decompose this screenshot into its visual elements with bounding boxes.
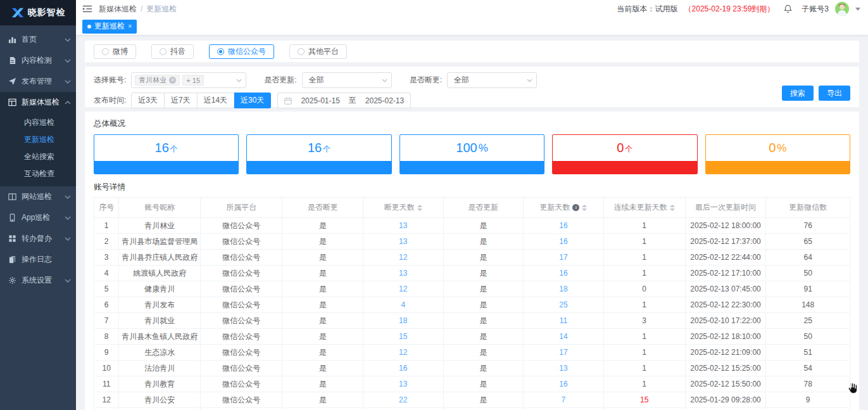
chevron-icon (65, 279, 71, 283)
sidebar-item-label: 操作日志 (22, 254, 71, 265)
interrupt-days-link[interactable]: 16 (363, 361, 444, 376)
sidebar-subitem[interactable]: 更新巡检 (0, 131, 76, 148)
sidebar-item-8[interactable]: 系统设置 (0, 270, 76, 291)
tab-close-icon[interactable]: × (128, 23, 132, 30)
interrupt-days-link[interactable]: 13 (363, 266, 444, 281)
sidebar-item-3[interactable]: 新媒体巡检 (0, 92, 76, 113)
interrupt-days-link[interactable]: 8 (363, 408, 444, 410)
chevron-icon (65, 237, 71, 241)
time-range-button[interactable]: 近7天 (165, 93, 198, 108)
time-range-button[interactable]: 近14天 (198, 93, 234, 108)
table-row: 4姚渡镇人民政府微信公众号 是13 是16 12025-02-12 17:10:… (94, 266, 850, 281)
sidebar-collapse-icon[interactable] (82, 4, 92, 13)
platform-radio[interactable]: 其他平台 (289, 44, 347, 59)
table-row: 11青川教育微信公众号 是13 是16 12025-02-12 15:50:00… (94, 376, 850, 392)
interrupt-days-link[interactable]: 15 (363, 329, 444, 345)
sort-icon[interactable] (582, 205, 587, 211)
sort-icon[interactable] (417, 205, 422, 211)
detail-title: 账号详情 (94, 182, 850, 193)
table-header-cell: 账号昵称 (119, 198, 201, 218)
platform-radio-group: 微博 抖音 微信公众号 其他平台 (85, 41, 859, 62)
sidebar-item-7[interactable]: 操作日志 (0, 249, 76, 270)
update-days-link[interactable]: 16 (524, 266, 604, 281)
breadcrumb-parent[interactable]: 新媒体巡检 (99, 4, 137, 15)
update-days-link[interactable]: 7 (524, 392, 604, 408)
interrupt-days-link[interactable]: 13 (363, 376, 444, 392)
table-row: 7青川就业微信公众号 是18 是11 32025-02-10 17:22:002… (94, 313, 850, 329)
sidebar-subitem[interactable]: 内容巡检 (0, 114, 76, 131)
date-range-input[interactable]: 2025-01-15 至 2025-02-13 (277, 93, 411, 108)
interrupt-days-link[interactable]: 12 (363, 250, 444, 266)
interrupt-days-link[interactable]: 18 (363, 313, 444, 329)
stat-card: 16 个 (246, 134, 391, 174)
chevron-icon (65, 38, 71, 42)
chevron-icon (65, 101, 71, 105)
update-days-link[interactable]: 16 (524, 218, 604, 234)
sidebar-item-label: 新媒体巡检 (22, 97, 65, 108)
sidebar-subitem[interactable]: 全站搜索 (0, 148, 76, 165)
avatar[interactable] (835, 2, 849, 16)
update-days-link[interactable]: 13 (524, 361, 604, 376)
search-button[interactable]: 搜索 (782, 86, 814, 101)
update-days-link[interactable]: 16 (524, 234, 604, 250)
account-select[interactable]: 青川林业 × + 15 (131, 72, 246, 88)
tab-update-patrol[interactable]: 更新巡检 × (82, 20, 137, 34)
table-row: 2青川县市场监督管理局微信公众号 是13 是16 12025-02-12 17:… (94, 234, 850, 250)
export-button[interactable]: 导出 (819, 86, 850, 101)
interrupt-days-link[interactable]: 4 (363, 297, 444, 313)
interrupted-select[interactable]: 全部 (447, 72, 537, 88)
update-days-link[interactable]: 17 (524, 250, 604, 266)
sidebar-item-1[interactable]: 内容检测 (0, 50, 76, 71)
interrupt-days-link[interactable]: 12 (363, 345, 444, 361)
sidebar-subitem[interactable]: 互动检查 (0, 165, 76, 183)
tag-remove-icon[interactable]: × (169, 77, 176, 84)
tab-active-dot (87, 25, 91, 29)
stat-label (247, 161, 391, 174)
update-days-link[interactable]: 21 (524, 408, 604, 410)
table-row: 1青川林业微信公众号 是13 是16 12025-02-12 18:00:007… (94, 218, 850, 234)
interrupt-days-link[interactable]: 13 (363, 234, 444, 250)
sidebar-item-0[interactable]: 首页 (0, 29, 76, 50)
table-body: 1青川林业微信公众号 是13 是16 12025-02-12 18:00:007… (94, 218, 850, 410)
update-days-link[interactable]: 14 (524, 329, 604, 345)
update-days-link[interactable]: 16 (524, 376, 604, 392)
stat-value: 100 (456, 141, 477, 155)
chevron-icon (65, 80, 71, 84)
chevron-icon (65, 59, 71, 63)
send-icon (8, 77, 17, 86)
breadcrumb: 新媒体巡检 / 更新巡检 (99, 4, 177, 15)
interrupt-days-link[interactable]: 13 (363, 218, 444, 234)
username[interactable]: 子账号3 (802, 4, 829, 15)
platform-radio[interactable]: 微博 (94, 44, 136, 59)
stat-label (400, 161, 544, 174)
sidebar-item-6[interactable]: 转办督办 (0, 228, 76, 249)
user-menu-caret-icon[interactable] (855, 8, 860, 11)
update-days-link[interactable]: 17 (524, 345, 604, 361)
update-days-link[interactable]: 18 (524, 281, 604, 297)
platform-radio[interactable]: 抖音 (151, 44, 194, 59)
interrupt-days-link[interactable]: 22 (363, 392, 444, 408)
sort-icon[interactable] (670, 205, 675, 211)
sidebar-item-2[interactable]: 发布管理 (0, 71, 76, 92)
sidebar-submenu: 内容巡检更新巡检全站搜索互动检查 (0, 113, 76, 186)
time-range-button[interactable]: 近3天 (131, 93, 165, 108)
update-days-link[interactable]: 25 (524, 297, 604, 313)
notification-bell-icon[interactable] (783, 4, 793, 14)
account-filter-label: 选择账号: (94, 75, 126, 86)
sidebar-item-4[interactable]: 网站巡检 (0, 186, 76, 207)
update-days-link[interactable]: 11 (524, 313, 604, 329)
account-more-tag: + 15 (182, 75, 204, 86)
phone-icon (8, 214, 17, 222)
info-icon[interactable]: i (572, 204, 579, 211)
accounts-table: 序号 账号昵称 所属平台 是否断更 断更天数 是否更新 (94, 197, 850, 410)
gear-icon (8, 276, 17, 285)
platform-radio[interactable]: 微信公众号 (209, 44, 274, 59)
interrupt-days-link[interactable]: 12 (363, 281, 444, 297)
table-header-cell: 是否更新 (443, 198, 524, 218)
sidebar-item-5[interactable]: App巡检 (0, 207, 76, 228)
time-range-button[interactable]: 近30天 (234, 93, 271, 108)
logo-x-icon (11, 6, 25, 20)
content-area: 微博 抖音 微信公众号 其他平台 选择账号: 青川林业 × + 15 (76, 35, 868, 410)
radio-icon (217, 48, 224, 55)
updated-select[interactable]: 全部 (302, 72, 392, 88)
